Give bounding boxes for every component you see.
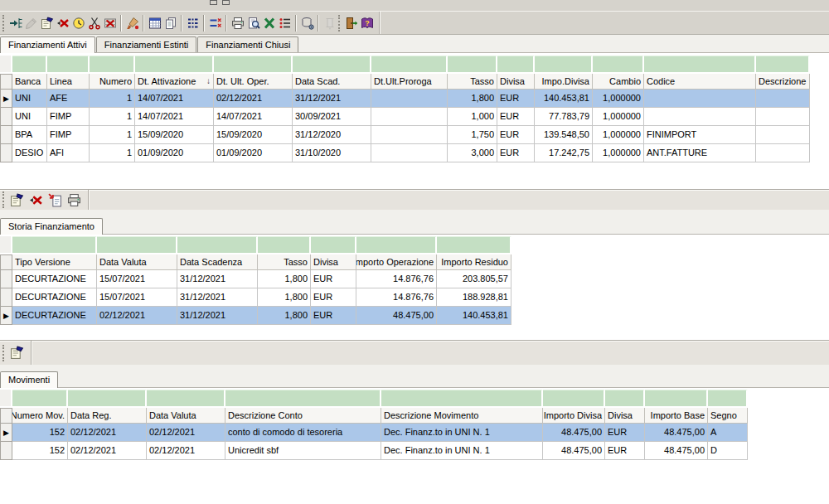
column-header-data-valuta[interactable]: Data Valuta bbox=[147, 408, 225, 424]
cell-tipo-versione[interactable]: DECURTAZIONE bbox=[12, 307, 97, 325]
excel-export-button[interactable] bbox=[261, 14, 277, 32]
database-gear-button[interactable] bbox=[299, 14, 315, 32]
cell-banca[interactable]: UNI bbox=[12, 108, 47, 126]
cell-importo-operazione[interactable]: 48.475,00 bbox=[356, 307, 437, 325]
cell-data-scad[interactable]: 31/12/2020 bbox=[293, 126, 371, 144]
cell-numero[interactable]: 1 bbox=[90, 108, 135, 126]
cell-segno[interactable]: D bbox=[708, 442, 748, 460]
cell-cambio[interactable]: 1,000000 bbox=[593, 126, 644, 144]
toolbar-drag-handle[interactable] bbox=[2, 191, 4, 208]
toolbar-drag-handle[interactable] bbox=[338, 15, 340, 32]
cell-data-valuta[interactable]: 15/07/2021 bbox=[97, 270, 177, 288]
cell-divisa[interactable]: EUR bbox=[497, 108, 535, 126]
cell-dt-attivazione[interactable]: 01/09/2020 bbox=[135, 144, 214, 162]
cell-numero[interactable]: 1 bbox=[90, 126, 135, 144]
column-header-codice[interactable]: Codice bbox=[644, 74, 756, 90]
cell-divisa[interactable]: EUR bbox=[605, 424, 645, 442]
cell-impo-divisa[interactable]: 140.453,81 bbox=[535, 90, 593, 108]
cell-importo-base[interactable]: 48.475,00 bbox=[645, 424, 708, 442]
cell-data-scadenza[interactable]: 31/12/2021 bbox=[177, 270, 258, 288]
column-header-data-reg[interactable]: Data Reg. bbox=[68, 408, 147, 424]
row-selector[interactable]: ▶ bbox=[0, 424, 12, 442]
cell-importo-operazione[interactable]: 14.876,76 bbox=[356, 270, 437, 288]
cell-descrizione[interactable] bbox=[756, 126, 810, 144]
list-bullets-button[interactable] bbox=[277, 14, 293, 32]
cell-numero-mov[interactable]: 152 bbox=[12, 442, 68, 460]
cell-data-valuta[interactable]: 02/12/2021 bbox=[97, 307, 177, 325]
delete-table-button[interactable] bbox=[102, 14, 118, 32]
column-header-impo-divisa[interactable]: Impo.Divisa bbox=[535, 74, 593, 90]
cell-cambio[interactable]: 1,000000 bbox=[593, 144, 644, 162]
column-header-banca[interactable]: Banca bbox=[12, 74, 47, 90]
cell-descrizione-movimento[interactable]: Dec. Finanz.to in UNI N. 1 bbox=[381, 442, 543, 460]
cell-codice[interactable] bbox=[644, 108, 756, 126]
cell-descrizione-movimento[interactable]: Dec. Finanz.to in UNI N. 1 bbox=[381, 424, 543, 442]
cell-importo-divisa[interactable]: 48.475,00 bbox=[543, 424, 605, 442]
column-header-dt-ult-oper[interactable]: Dt. Ult. Oper. bbox=[214, 74, 293, 90]
cell-codice[interactable] bbox=[644, 90, 756, 108]
cell-importo-residuo[interactable]: 188.928,81 bbox=[437, 288, 511, 307]
column-header-segno[interactable]: Segno bbox=[708, 408, 748, 424]
toolbar-drag-handle[interactable] bbox=[2, 345, 4, 361]
column-header-linea[interactable]: Linea bbox=[47, 74, 90, 90]
column-header-importo-divisa[interactable]: Importo Divisa bbox=[543, 408, 605, 424]
cell-dt-ult-proroga[interactable] bbox=[371, 90, 448, 108]
cell-data-scadenza[interactable]: 31/12/2021 bbox=[177, 307, 258, 325]
cell-tasso[interactable]: 1,800 bbox=[258, 288, 311, 307]
totals-lines-button[interactable] bbox=[185, 14, 201, 32]
cell-data-valuta[interactable]: 02/12/2021 bbox=[147, 424, 225, 442]
row-selector[interactable] bbox=[0, 288, 12, 307]
cell-divisa[interactable]: EUR bbox=[605, 442, 645, 460]
cell-segno[interactable]: A bbox=[708, 424, 748, 442]
cell-descrizione[interactable] bbox=[756, 90, 810, 108]
tab-storia-finanziamento[interactable]: Storia Finanziamento bbox=[0, 218, 103, 235]
column-header-dt-attivazione[interactable]: Dt. Attivazione↓ bbox=[135, 74, 214, 90]
cell-dt-attivazione[interactable]: 15/09/2020 bbox=[135, 126, 214, 144]
printer-button[interactable] bbox=[230, 14, 245, 32]
cell-dt-ult-oper[interactable]: 01/09/2020 bbox=[214, 144, 293, 162]
cell-data-scadenza[interactable]: 31/12/2021 bbox=[177, 288, 258, 307]
cell-dt-attivazione[interactable]: 14/07/2021 bbox=[135, 90, 214, 108]
column-disabled-button[interactable] bbox=[322, 14, 337, 32]
tab-finanziamenti-estinti[interactable]: Finanziamenti Estinti bbox=[96, 36, 197, 52]
cell-data-scad[interactable]: 31/12/2021 bbox=[293, 90, 371, 108]
column-header-dt-ult-proroga[interactable]: Dt.Ult.Proroga bbox=[371, 74, 448, 90]
cell-dt-ult-oper[interactable]: 02/12/2021 bbox=[214, 90, 293, 108]
cell-dt-attivazione[interactable]: 14/07/2021 bbox=[135, 108, 214, 126]
row-selector[interactable] bbox=[0, 108, 12, 126]
column-header-descrizione[interactable]: Descrizione bbox=[756, 74, 810, 90]
delete-record-button[interactable] bbox=[55, 14, 70, 32]
cell-cambio[interactable]: 1,000000 bbox=[593, 108, 644, 126]
column-header-tasso[interactable]: Tasso bbox=[258, 254, 311, 270]
cell-dt-ult-proroga[interactable] bbox=[371, 144, 448, 162]
cell-banca[interactable]: BPA bbox=[12, 126, 47, 144]
cell-dt-ult-proroga[interactable] bbox=[371, 108, 448, 126]
cell-tasso[interactable]: 1,800 bbox=[258, 307, 311, 325]
column-header-tipo-versione[interactable]: Tipo Versione bbox=[12, 254, 97, 270]
column-header-importo-base[interactable]: Importo Base bbox=[645, 408, 708, 424]
help-book-button[interactable]: ? bbox=[359, 14, 375, 32]
cell-data-reg[interactable]: 02/12/2021 bbox=[68, 442, 147, 460]
row-selector[interactable] bbox=[0, 144, 12, 162]
cell-divisa[interactable]: EUR bbox=[311, 288, 356, 307]
column-header-importo-operazione[interactable]: Importo Operazione bbox=[356, 254, 437, 270]
column-header-data-scad[interactable]: Data Scad. bbox=[293, 74, 371, 90]
cell-tasso[interactable]: 1,750 bbox=[448, 126, 497, 144]
tab-movimenti[interactable]: Movimenti bbox=[0, 371, 58, 388]
cell-dt-ult-oper[interactable]: 14/07/2021 bbox=[214, 108, 293, 126]
cell-tasso[interactable]: 3,000 bbox=[448, 144, 497, 162]
edit-pencil-button[interactable] bbox=[23, 14, 39, 32]
cell-data-valuta[interactable]: 02/12/2021 bbox=[147, 442, 225, 460]
cell-tipo-versione[interactable]: DECURTAZIONE bbox=[12, 288, 97, 307]
cell-importo-residuo[interactable]: 203.805,57 bbox=[437, 270, 511, 288]
tab-finanziamenti-attivi[interactable]: Finanziamenti Attivi bbox=[0, 36, 95, 53]
cell-divisa[interactable]: EUR bbox=[311, 270, 356, 288]
cell-descrizione[interactable] bbox=[756, 108, 810, 126]
cell-tipo-versione[interactable]: DECURTAZIONE bbox=[12, 270, 97, 288]
cell-linea[interactable]: AFE bbox=[47, 90, 90, 108]
printer-button[interactable] bbox=[65, 191, 84, 209]
column-header-cambio[interactable]: Cambio bbox=[593, 74, 644, 90]
lines-check-button[interactable] bbox=[207, 14, 223, 32]
cell-numero[interactable]: 1 bbox=[90, 144, 135, 162]
calendar-grid-button[interactable] bbox=[147, 14, 162, 32]
